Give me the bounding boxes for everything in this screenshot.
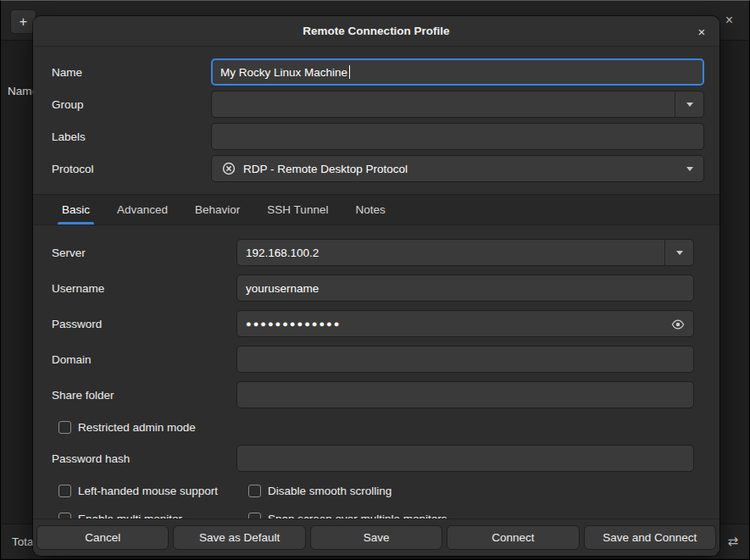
chevron-down-icon xyxy=(686,103,693,107)
cancel-button[interactable]: Cancel xyxy=(36,525,169,550)
password-input[interactable]: ●●●●●●●●●●●●● xyxy=(236,310,694,337)
close-icon[interactable]: × xyxy=(692,22,711,41)
tab-advanced[interactable]: Advanced xyxy=(103,195,181,225)
password-input-value: ●●●●●●●●●●●●● xyxy=(246,319,341,329)
tab-basic[interactable]: Basic xyxy=(48,195,103,225)
save-as-default-button[interactable]: Save as Default xyxy=(173,525,305,550)
chevron-down-icon xyxy=(676,251,683,255)
server-dropdown-button[interactable] xyxy=(664,240,693,265)
server-combobox[interactable]: 192.168.100.2 xyxy=(236,239,694,266)
domain-input[interactable] xyxy=(236,346,694,373)
username-label: Username xyxy=(52,282,236,295)
server-combobox-value: 192.168.100.2 xyxy=(246,247,319,259)
smooth-scroll-checkbox[interactable] xyxy=(248,485,261,497)
tabbar: Basic Advanced Behavior SSH Tunnel Notes xyxy=(33,194,719,225)
rdp-protocol-icon xyxy=(222,162,236,175)
password-label: Password xyxy=(52,318,236,330)
share-folder-row: Share folder xyxy=(52,381,694,408)
swap-arrows-icon[interactable]: ⇄ xyxy=(727,534,738,549)
group-row: Group xyxy=(52,91,704,118)
share-folder-input[interactable] xyxy=(236,381,694,408)
chevron-down-icon xyxy=(686,167,693,171)
left-handed-checkbox[interactable] xyxy=(58,485,71,497)
span-screen-checkbox[interactable] xyxy=(248,513,261,519)
dialog-titlebar: Remote Connection Profile × xyxy=(33,16,719,47)
save-button[interactable]: Save xyxy=(310,525,442,550)
group-combobox[interactable] xyxy=(211,91,704,118)
restricted-admin-label: Restricted admin mode xyxy=(78,421,196,434)
multi-monitor-label: Enable multi monitor xyxy=(78,513,182,519)
smooth-scroll-label: Disable smooth scrolling xyxy=(268,485,392,497)
share-folder-label: Share folder xyxy=(52,389,236,402)
profile-form: Name My Rocky Linux Machine Group Labels xyxy=(33,47,719,182)
dialog-action-bar: Cancel Save as Default Save Connect Save… xyxy=(33,518,719,556)
eye-icon xyxy=(670,317,686,332)
domain-label: Domain xyxy=(52,353,236,366)
multi-monitor-checkbox[interactable] xyxy=(58,513,71,519)
span-screen-label: Span screen over multiple monitors xyxy=(268,513,447,519)
username-input-value: yourusername xyxy=(246,282,319,295)
tab-notes[interactable]: Notes xyxy=(342,195,398,225)
left-handed-label: Left-handed mouse support xyxy=(78,485,218,497)
server-row: Server 192.168.100.2 xyxy=(52,239,694,266)
name-row: Name My Rocky Linux Machine xyxy=(52,58,704,86)
password-hash-label: Password hash xyxy=(52,452,236,465)
restricted-admin-checkbox[interactable] xyxy=(58,421,71,434)
name-input-value: My Rocky Linux Machine xyxy=(220,66,347,79)
password-hash-input[interactable] xyxy=(236,445,694,472)
restricted-admin-row: Restricted admin mode xyxy=(58,417,694,437)
show-password-button[interactable] xyxy=(670,317,686,332)
labels-label: Labels xyxy=(52,130,211,143)
protocol-dropdown[interactable]: RDP - Remote Desktop Protocol xyxy=(211,155,704,182)
group-label: Group xyxy=(52,98,211,111)
tab-ssh-tunnel[interactable]: SSH Tunnel xyxy=(253,195,342,225)
labels-row: Labels xyxy=(52,123,704,150)
name-input[interactable]: My Rocky Linux Machine xyxy=(211,58,704,86)
screen: + × Name Total ⇄ Remote Connection Profi… xyxy=(0,0,750,560)
protocol-dropdown-value: RDP - Remote Desktop Protocol xyxy=(243,163,408,175)
password-hash-row: Password hash xyxy=(52,445,694,472)
checkbox-row-2: Enable multi monitor Span screen over mu… xyxy=(58,508,694,518)
remote-connection-profile-dialog: Remote Connection Profile × Name My Rock… xyxy=(33,16,719,556)
password-row: Password ●●●●●●●●●●●●● xyxy=(52,310,694,337)
tab-behavior[interactable]: Behavior xyxy=(181,195,253,225)
group-dropdown-button[interactable] xyxy=(675,91,703,117)
text-caret xyxy=(349,65,350,79)
username-input[interactable]: yourusername xyxy=(236,274,694,302)
domain-row: Domain xyxy=(52,346,694,373)
username-row: Username yourusername xyxy=(52,274,694,302)
tab-content-basic: Server 192.168.100.2 Username youruserna… xyxy=(33,225,719,518)
protocol-row: Protocol RDP - Remote Desktop Protocol xyxy=(52,155,704,182)
labels-input[interactable] xyxy=(211,123,704,150)
server-label: Server xyxy=(52,247,236,259)
name-label: Name xyxy=(52,66,211,79)
dialog-title: Remote Connection Profile xyxy=(303,25,449,37)
checkbox-row-1: Left-handed mouse support Disable smooth… xyxy=(58,480,694,501)
connect-button[interactable]: Connect xyxy=(447,525,579,550)
save-and-connect-button[interactable]: Save and Connect xyxy=(584,525,716,550)
window-close-icon[interactable]: × xyxy=(725,14,733,27)
protocol-label: Protocol xyxy=(52,163,211,175)
